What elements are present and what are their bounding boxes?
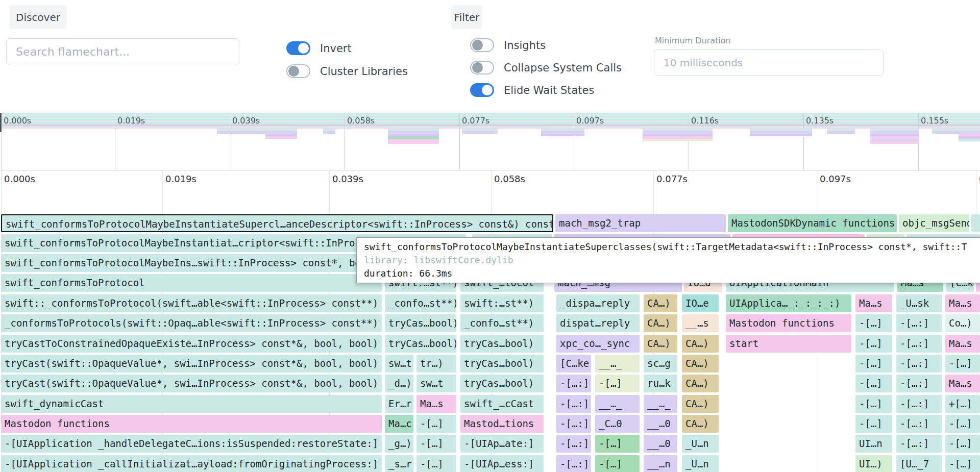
flame-box[interactable]: _confo…st**) (460, 314, 544, 332)
flame-box[interactable]: _g…) (385, 435, 413, 453)
flame-box[interactable]: __…0 (644, 415, 677, 433)
flame-box[interactable] (971, 214, 980, 232)
flame-box[interactable]: Er…r (385, 395, 413, 413)
flame-box[interactable]: tryCastToConstrainedOpaqueExiste…InProce… (1, 335, 382, 353)
toggle-cluster-libraries[interactable]: Cluster Libraries (286, 64, 408, 78)
flame-box[interactable]: -[…] (945, 435, 980, 453)
flame-box[interactable]: [C…ke (556, 355, 591, 372)
flame-box[interactable]: UIApplica…_:_:_:_:) (726, 294, 851, 312)
flame-box[interactable]: -[…:] (896, 355, 942, 372)
flame-box[interactable]: tryCast(swift::OpaqueValue*, swi…InProce… (1, 355, 382, 372)
flame-box[interactable]: -[…] (945, 355, 980, 372)
flame-box[interactable]: __…s (682, 314, 719, 332)
flame-box[interactable]: _dispa…reply (556, 294, 640, 312)
flame-box[interactable]: -[UIApplication _handleDelegateC…ions:is… (1, 435, 382, 453)
flame-box[interactable]: Ma…s (945, 294, 980, 312)
flame-box[interactable]: Ma…s (416, 395, 456, 413)
flame-box[interactable]: CA…) (682, 415, 719, 433)
toggle-elide-wait-states[interactable]: Elide Wait States (470, 83, 594, 97)
flame-box[interactable]: swift_dynamicCast (1, 395, 382, 413)
flame-box[interactable]: ru…k (644, 375, 677, 392)
flame-box[interactable]: CA…) (644, 335, 677, 353)
flame-box[interactable]: -[UIApplication _callInitializat…ayload:… (1, 455, 382, 472)
flame-box[interactable]: MastodonSDKDynamic functions (728, 214, 897, 232)
search-input[interactable] (6, 38, 239, 65)
flame-box[interactable]: [U…_7 (896, 455, 942, 472)
flame-box[interactable]: -[…:] (556, 395, 591, 413)
flame-box[interactable]: Ma…c (385, 415, 413, 433)
flame-box[interactable]: mach_msg2_trap (555, 214, 726, 232)
flame-box[interactable]: -[…] (416, 435, 456, 453)
flame-box[interactable]: -[UIAp…ate:] (460, 435, 544, 453)
flame-box[interactable]: -[…] (855, 415, 892, 433)
flame-box[interactable]: CA…) (682, 375, 719, 392)
toggle-invert[interactable]: Invert (286, 41, 352, 55)
flame-box[interactable]: -[…] (855, 335, 892, 353)
flame-box[interactable]: CA…) (682, 355, 719, 372)
flame-box[interactable]: -[UIAp…ess:] (460, 455, 544, 472)
flame-box[interactable]: -[…] (855, 355, 892, 372)
flame-box[interactable]: sw…t (385, 355, 413, 372)
minimum-duration-input[interactable] (654, 49, 884, 76)
flame-box[interactable]: __…0 (644, 435, 677, 453)
flame-box[interactable]: -[…] (855, 395, 892, 413)
flame-box[interactable]: -[…] (595, 455, 640, 472)
flame-box[interactable]: -[…:] (896, 335, 942, 353)
flame-box[interactable]: start (726, 335, 851, 353)
flame-box[interactable]: -[…] (416, 415, 456, 433)
flame-box[interactable]: -[…] (945, 455, 980, 472)
flame-box[interactable]: -[…:] (896, 415, 942, 433)
flame-box[interactable]: CA…) (682, 395, 719, 413)
flame-box-selected[interactable]: swift_conformsToProtocolMaybeInstantiate… (1, 214, 553, 232)
flame-box[interactable]: -[…:] (556, 435, 591, 453)
flame-box[interactable]: tryCas…bool) (385, 314, 456, 332)
flame-box[interactable]: tryCast(swift::OpaqueValue*, swi…InProce… (1, 375, 382, 392)
flame-box[interactable]: _C…0 (595, 415, 640, 433)
flame-box[interactable]: sw…t (416, 375, 456, 392)
flame-box[interactable]: Ma…s (855, 294, 892, 312)
discover-button[interactable]: Discover (9, 5, 67, 29)
flame-box[interactable]: Ma…s (945, 335, 980, 353)
flame-box[interactable]: _d…) (385, 375, 413, 392)
flame-box[interactable]: Mastodon functions (726, 314, 851, 332)
flame-box[interactable]: -[…:] (896, 375, 942, 392)
flame-box[interactable]: -[…] (595, 375, 640, 392)
flame-box[interactable]: __…n (644, 455, 677, 472)
flame-box[interactable]: -[…:] (556, 375, 591, 392)
flame-box[interactable]: -[…:] (896, 314, 942, 332)
flame-box[interactable]: _s…r (385, 455, 413, 472)
flame-box[interactable]: sc…g (644, 355, 677, 372)
flame-box[interactable]: +[…] (945, 395, 980, 413)
flame-box[interactable]: Co…) (945, 314, 980, 332)
flame-box[interactable]: Ma…s (945, 375, 980, 392)
flame-box[interactable]: __…_ (644, 395, 677, 413)
flame-box[interactable]: -[…] (416, 455, 456, 472)
flame-box[interactable]: UI…n (855, 435, 892, 453)
toggle-collapse-system-calls[interactable]: Collapse System Calls (470, 61, 622, 74)
flame-box[interactable]: tr…) (416, 355, 456, 372)
toggle-switch[interactable] (470, 83, 494, 97)
flame-box[interactable]: _U…sk (896, 294, 942, 312)
flame-box[interactable]: -[…] (945, 415, 980, 433)
flame-box[interactable]: -[…] (855, 314, 892, 332)
flame-box[interactable]: tryCas…bool) (460, 375, 544, 392)
flame-box[interactable]: -[…:] (556, 415, 591, 433)
flame-box[interactable]: __…_ (595, 395, 640, 413)
flame-box[interactable]: swift:…st**) (460, 294, 544, 312)
flame-box[interactable]: -[…:] (896, 395, 942, 413)
flame-box[interactable]: IO…e (682, 294, 719, 312)
toggle-switch[interactable] (286, 64, 310, 78)
flame-box[interactable]: tryCas…bool) (460, 355, 544, 372)
flame-box[interactable]: CA…) (644, 314, 677, 332)
toggle-insights[interactable]: Insights (470, 38, 546, 52)
flame-box[interactable]: objc_msgSend (899, 214, 969, 232)
flame-box[interactable]: _U…n (682, 435, 719, 453)
flame-box[interactable]: -[…] (855, 375, 892, 392)
flame-box[interactable]: _confo…st**) (385, 294, 456, 312)
flame-box[interactable]: _U…n (682, 455, 719, 472)
flame-box[interactable]: tryCas…bool) (460, 335, 544, 353)
flame-box[interactable]: -[…:] (896, 435, 942, 453)
toggle-switch[interactable] (470, 38, 494, 52)
flame-box[interactable]: _conformsToProtocols(swift::Opaq…able<sw… (1, 314, 382, 332)
flame-box[interactable]: UI…) (855, 455, 892, 472)
